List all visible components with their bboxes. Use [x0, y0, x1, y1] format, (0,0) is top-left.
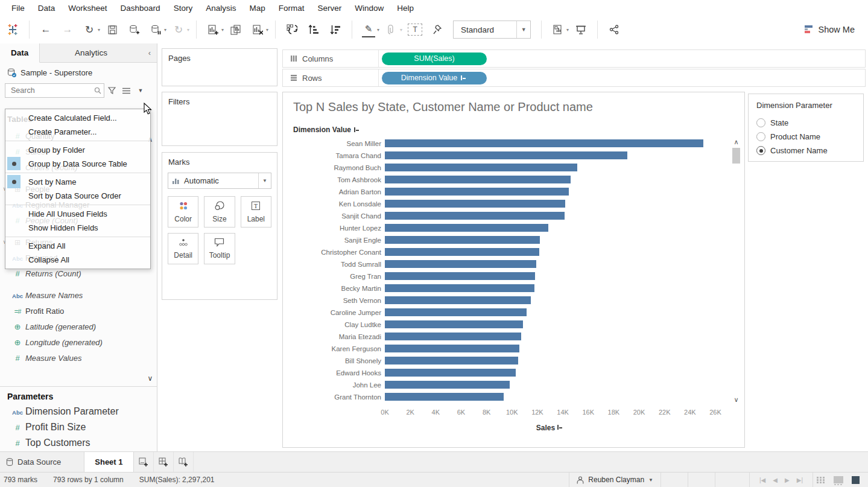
highlight-icon[interactable]: ✎	[362, 22, 375, 37]
nav-first-icon[interactable]: |◀	[759, 477, 765, 483]
search-box[interactable]	[5, 83, 104, 98]
bar-mark[interactable]	[385, 345, 519, 352]
bar-mark[interactable]	[385, 333, 521, 340]
pill-sort-icon[interactable]	[461, 75, 467, 81]
bar-mark[interactable]	[385, 248, 539, 256]
row-label[interactable]: Todd Sumrall	[283, 261, 385, 268]
parameter-dimension-parameter[interactable]: AbcDimension Parameter	[0, 404, 157, 419]
row-label[interactable]: Adrian Barton	[283, 188, 385, 196]
bar-mark[interactable]	[385, 212, 565, 220]
duplicate-sheet-icon[interactable]	[229, 22, 242, 37]
bar-mark[interactable]	[385, 151, 627, 159]
tab-data-source[interactable]: Data Source	[0, 452, 84, 472]
radio-option-state[interactable]: State	[756, 116, 863, 130]
show-mark-labels-caret-icon[interactable]: ▾	[566, 27, 569, 33]
field-latitude-generated[interactable]: ⊕Latitude (generated)	[0, 319, 157, 334]
mark-type-caret-icon[interactable]: ▼	[258, 173, 271, 188]
scroll-down-icon[interactable]: ∨	[732, 396, 741, 404]
menu-item-map[interactable]: Map	[242, 2, 271, 14]
nav-next-icon[interactable]: ▶	[785, 477, 790, 483]
radio-icon[interactable]	[756, 146, 765, 155]
row-label[interactable]: Christopher Conant	[283, 249, 385, 256]
context-menu-item-show-hidden-fields[interactable]: Show Hidden Fields	[5, 221, 150, 235]
bar-mark[interactable]	[385, 164, 577, 171]
menu-item-data[interactable]: Data	[31, 2, 62, 14]
menu-item-window[interactable]: Window	[348, 2, 390, 14]
row-label[interactable]: Sanjit Chand	[283, 212, 385, 220]
menu-item-format[interactable]: Format	[272, 2, 311, 14]
filter-fields-icon[interactable]	[104, 84, 119, 97]
detail-button[interactable]: Detail	[168, 233, 198, 264]
context-menu-item-sort-by-name[interactable]: Sort by Name	[5, 175, 150, 189]
row-label[interactable]: Ken Lonsdale	[283, 200, 385, 208]
row-label[interactable]: Tom Ashbrook	[283, 176, 385, 183]
show-me-button[interactable]: Show Me	[805, 25, 855, 34]
row-label[interactable]: Grant Thornton	[283, 393, 385, 401]
row-label[interactable]: Caroline Jumper	[283, 309, 385, 316]
field-measure-values[interactable]: #Measure Values	[0, 350, 157, 366]
new-worksheet-tab-icon[interactable]	[134, 452, 154, 472]
tooltip-button[interactable]: Tooltip	[204, 233, 235, 264]
tab-data[interactable]: Data	[0, 43, 40, 63]
context-menu-item-create-calculated-field[interactable]: Create Calculated Field...	[5, 111, 150, 125]
new-dashboard-tab-icon[interactable]	[154, 452, 174, 472]
color-button[interactable]: Color	[168, 196, 198, 228]
row-label[interactable]: Maria Etezadi	[283, 333, 385, 340]
show-mark-labels-icon[interactable]	[551, 22, 565, 37]
presentation-mode-icon[interactable]	[574, 22, 588, 37]
bar-mark[interactable]	[385, 357, 518, 364]
menu-item-story[interactable]: Story	[167, 2, 200, 14]
undo-icon[interactable]: ←	[39, 22, 52, 37]
bar-mark[interactable]	[385, 139, 703, 147]
radio-icon[interactable]	[756, 118, 765, 127]
row-label[interactable]: John Lee	[283, 381, 385, 389]
context-menu-item-group-by-data-source-table[interactable]: Group by Data Source Table	[5, 157, 150, 171]
tab-sheet1[interactable]: Sheet 1	[84, 452, 133, 472]
clear-sheet-icon[interactable]	[251, 22, 264, 37]
x-axis-label[interactable]: Sales	[385, 424, 715, 432]
share-icon[interactable]	[607, 22, 621, 37]
new-worksheet-caret-icon[interactable]: ▾	[221, 27, 224, 33]
context-menu-item-create-parameter[interactable]: Create Parameter...	[5, 125, 150, 139]
menu-item-dashboard[interactable]: Dashboard	[114, 2, 167, 14]
x-axis[interactable]: 0K2K4K6K8K10K12K14K16K18K20K22K24K26K	[385, 409, 715, 418]
radio-option-product-name[interactable]: Product Name	[756, 130, 863, 144]
user-filter-dropdown[interactable]: Reuben Clayman ▼	[569, 473, 661, 487]
mark-type-dropdown[interactable]: Automatic ▼	[168, 173, 271, 189]
search-input[interactable]	[10, 86, 94, 95]
context-menu-item-collapse-all[interactable]: Collapse All	[5, 253, 150, 267]
replay-icon[interactable]: ↻	[83, 22, 96, 37]
fit-view-caret-icon[interactable]: ▼	[516, 21, 530, 38]
header-sort-icon[interactable]	[354, 127, 361, 133]
clear-sheet-caret-icon[interactable]: ▾	[266, 27, 268, 33]
bar-mark[interactable]	[385, 320, 523, 328]
bar-mark[interactable]	[385, 188, 569, 196]
bar-mark[interactable]	[385, 296, 531, 304]
row-label[interactable]: Raymond Buch	[283, 164, 385, 171]
bar-mark[interactable]	[385, 200, 565, 208]
fix-axes-icon[interactable]	[431, 22, 444, 37]
row-label[interactable]: Sean Miller	[283, 140, 385, 147]
parameter-profit-bin-size[interactable]: #Profit Bin Size	[0, 419, 157, 435]
tableau-logo[interactable]	[6, 22, 19, 37]
text-label-icon[interactable]: T	[408, 24, 422, 36]
bar-mark[interactable]	[385, 176, 571, 183]
filters-shelf[interactable]: Filters	[162, 92, 277, 146]
menu-item-worksheet[interactable]: Worksheet	[62, 2, 113, 14]
nav-prev-icon[interactable]: ◀	[773, 477, 778, 483]
save-icon[interactable]	[106, 22, 119, 37]
bar-mark[interactable]	[385, 272, 535, 280]
pause-updates-caret-icon[interactable]: ▾	[164, 27, 166, 33]
view-as-list-icon[interactable]	[119, 84, 133, 97]
new-worksheet-icon[interactable]	[206, 22, 220, 37]
bar-mark[interactable]	[385, 369, 516, 377]
field-list-scroll-down-icon[interactable]: ∨	[146, 374, 154, 383]
row-label[interactable]: Hunter Lopez	[283, 224, 385, 232]
bar-mark[interactable]	[385, 308, 527, 316]
swap-rows-columns-icon[interactable]	[285, 22, 299, 37]
row-label[interactable]: Seth Vernon	[283, 297, 385, 304]
menu-item-analysis[interactable]: Analysis	[199, 2, 242, 14]
bar-mark[interactable]	[385, 381, 510, 389]
row-label[interactable]: Tamara Chand	[283, 152, 385, 159]
parameter-top-customers[interactable]: #Top Customers	[0, 435, 157, 451]
